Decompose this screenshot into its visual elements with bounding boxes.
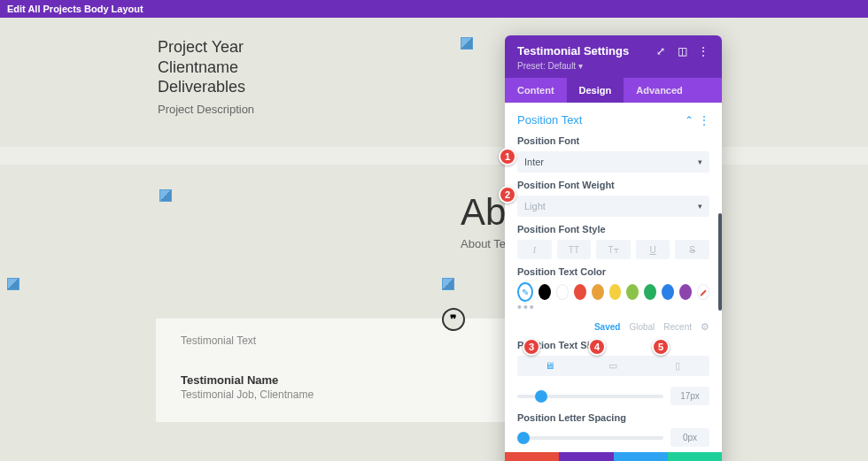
text-size-value[interactable]: 17px	[670, 387, 709, 405]
panel-body: Position Text ⌃⋮ Position Font Inter ▾ P…	[505, 103, 722, 452]
color-swatch-red[interactable]	[574, 284, 586, 300]
more-colors-icon[interactable]: •••	[517, 300, 709, 314]
color-swatch-yellow[interactable]	[609, 284, 622, 300]
style-strike-button[interactable]: S	[675, 240, 709, 259]
tab-design[interactable]: Design	[567, 78, 624, 103]
top-bar: Edit All Projects Body Layout	[0, 0, 868, 18]
menu-icon[interactable]: ⋮	[697, 45, 709, 58]
tab-content[interactable]: Content	[505, 78, 567, 103]
color-swatch-green[interactable]	[644, 284, 656, 300]
snap-icon[interactable]: ◫	[676, 45, 688, 58]
panel-tabs: Content Design Advanced	[505, 78, 722, 103]
canvas: Project Year Clientname Deliverables Pro…	[0, 18, 868, 461]
style-smallcaps-button[interactable]: Tᴛ	[596, 240, 631, 259]
gear-icon[interactable]: ⚙	[701, 321, 709, 333]
font-style-buttons: I TT Tᴛ U S	[517, 240, 709, 259]
caret-icon: ▾	[698, 202, 702, 211]
color-swatch-purple[interactable]	[679, 284, 692, 300]
top-bar-title: Edit All Projects Body Layout	[7, 4, 143, 14]
label-position-color: Position Text Color	[517, 266, 709, 277]
color-swatch-none[interactable]	[697, 284, 709, 300]
device-tablet-tab[interactable]: ▭	[581, 356, 645, 376]
quote-icon: ❞	[442, 308, 465, 331]
section-position-text[interactable]: Position Text ⌃⋮	[517, 113, 709, 127]
expand-icon[interactable]: ⤢	[655, 45, 667, 58]
section-label: Position Text	[517, 113, 582, 127]
panel-title: Testimonial Settings	[517, 44, 629, 58]
save-button[interactable]: ✓	[668, 452, 722, 461]
text-size-slider[interactable]	[517, 395, 663, 398]
select-position-weight[interactable]: Light ▾	[517, 196, 709, 217]
label-position-weight: Position Font Weight	[517, 180, 709, 190]
label-letter-spacing: Position Letter Spacing	[517, 412, 709, 423]
image-placeholder-icon	[461, 37, 473, 50]
select-value: Inter	[524, 157, 544, 167]
color-swatch-blue[interactable]	[662, 284, 674, 300]
color-picker-button[interactable]: ✎	[517, 282, 533, 302]
image-placeholder-icon	[159, 189, 172, 202]
tab-advanced[interactable]: Advanced	[624, 78, 695, 103]
panel-footer: ✕ ↶ ↷ ✓	[505, 452, 722, 461]
annotation-badge-3: 3	[523, 338, 540, 356]
palette-tab-saved[interactable]: Saved	[594, 322, 620, 332]
label-position-style: Position Font Style	[517, 224, 709, 234]
annotation-badge-1: 1	[499, 148, 516, 165]
annotation-badge-4: 4	[588, 338, 606, 356]
project-deliverables: Deliverables	[158, 77, 254, 97]
select-value: Light	[524, 201, 546, 211]
palette-tab-global[interactable]: Global	[629, 322, 655, 332]
color-swatch-white[interactable]	[556, 284, 569, 300]
letter-spacing-slider[interactable]	[517, 436, 663, 440]
annotation-badge-5: 5	[652, 338, 670, 356]
project-client: Clientname	[158, 58, 254, 78]
annotation-badge-2: 2	[499, 186, 516, 204]
section-menu-icon[interactable]: ⋮	[699, 114, 709, 127]
undo-button[interactable]: ↶	[559, 452, 613, 461]
style-italic-button[interactable]: I	[517, 240, 552, 259]
letter-spacing-value[interactable]: 0px	[670, 428, 709, 447]
tablet-icon: ▭	[608, 360, 617, 371]
project-block: Project Year Clientname Deliverables Pro…	[158, 37, 254, 116]
preset-dropdown[interactable]: Preset: Default ▾	[517, 61, 709, 71]
responsive-device-tabs: 🖥 ▭ ▯	[517, 356, 709, 376]
image-placeholder-icon	[442, 278, 454, 290]
project-year: Project Year	[158, 37, 254, 58]
scrollbar[interactable]	[718, 213, 722, 311]
phone-icon: ▯	[675, 360, 680, 371]
color-swatch-lime[interactable]	[626, 284, 639, 300]
style-uppercase-button[interactable]: TT	[557, 240, 592, 259]
device-phone-tab[interactable]: ▯	[646, 356, 709, 376]
color-swatch-black[interactable]	[539, 284, 551, 300]
color-swatches: ✎	[517, 282, 709, 302]
cancel-button[interactable]: ✕	[505, 452, 559, 461]
redo-button[interactable]: ↷	[614, 452, 668, 461]
label-position-font: Position Font	[517, 135, 709, 146]
select-position-font[interactable]: Inter ▾	[517, 151, 709, 173]
label-position-size: Position Text Size	[517, 340, 709, 350]
color-palette-tabs: Saved Global Recent ⚙	[517, 321, 709, 333]
desktop-icon: 🖥	[545, 360, 554, 371]
caret-icon: ▾	[698, 158, 702, 166]
style-underline-button[interactable]: U	[636, 240, 670, 259]
section-divider	[0, 147, 868, 165]
color-swatch-orange[interactable]	[592, 284, 604, 300]
chevron-up-icon: ⌃	[685, 114, 694, 127]
project-description: Project Description	[158, 103, 254, 116]
image-placeholder-icon	[7, 278, 19, 290]
palette-tab-recent[interactable]: Recent	[663, 322, 692, 332]
device-desktop-tab[interactable]: 🖥	[517, 356, 581, 376]
settings-panel: Testimonial Settings ⤢ ◫ ⋮ Preset: Defau…	[505, 35, 722, 461]
panel-header: Testimonial Settings ⤢ ◫ ⋮ Preset: Defau…	[505, 35, 722, 78]
